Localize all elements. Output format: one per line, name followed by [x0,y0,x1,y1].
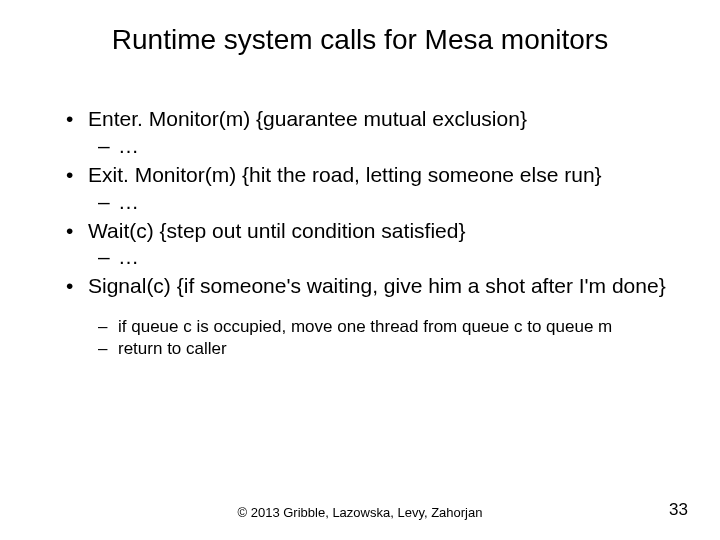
sub-text: … [118,245,139,268]
page-number: 33 [669,500,688,520]
sub-list: … [88,133,680,160]
bullet-text: Exit. Monitor(m) {hit the road, letting … [88,163,602,186]
bullet-list: Enter. Monitor(m) {guarantee mutual excl… [60,106,680,360]
bullet-item: Wait(c) {step out until condition satisf… [60,218,680,272]
bullet-item: Signal(c) {if someone's waiting, give hi… [60,273,680,360]
sub-text: … [118,190,139,213]
sub-text: return to caller [118,339,227,358]
sub-item: … [88,189,680,216]
sub-text: … [118,134,139,157]
bullet-text: Enter. Monitor(m) {guarantee mutual excl… [88,107,527,130]
bullet-text: Signal(c) {if someone's waiting, give hi… [88,274,666,297]
bullet-text: Wait(c) {step out until condition satisf… [88,219,465,242]
sub-item: … [88,244,680,271]
slide-title: Runtime system calls for Mesa monitors [0,24,720,56]
footer-copyright: © 2013 Gribble, Lazowska, Levy, Zahorjan [0,505,720,520]
bullet-item: Enter. Monitor(m) {guarantee mutual excl… [60,106,680,160]
sub-item: return to caller [88,338,680,360]
slide: Runtime system calls for Mesa monitors E… [0,0,720,540]
sub-list: … [88,189,680,216]
sub-item: if queue c is occupied, move one thread … [88,316,680,338]
sub-list: if queue c is occupied, move one thread … [88,316,680,360]
bullet-item: Exit. Monitor(m) {hit the road, letting … [60,162,680,216]
spacer [88,300,680,316]
slide-body: Enter. Monitor(m) {guarantee mutual excl… [60,106,680,362]
sub-text: if queue c is occupied, move one thread … [118,317,612,336]
sub-list: … [88,244,680,271]
sub-item: … [88,133,680,160]
